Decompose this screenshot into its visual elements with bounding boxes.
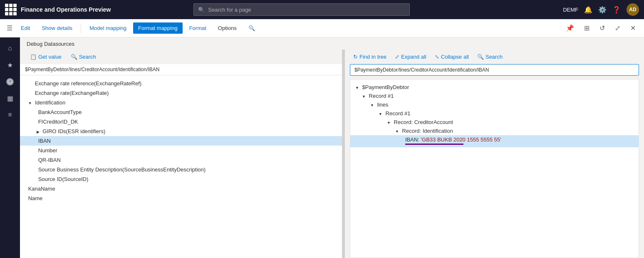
tree-item-label: Source ID(SourceID): [38, 176, 89, 182]
search-icon: 🔍: [198, 7, 205, 13]
model-mapping-button[interactable]: Model mapping: [84, 22, 131, 34]
waffle-menu[interactable]: [5, 4, 17, 15]
list-item[interactable]: IBAN: [20, 136, 342, 146]
tree-item-label: Record: CreditorAccount: [394, 119, 453, 125]
list-item[interactable]: Exchange rate(ExchangeRate): [20, 88, 342, 98]
list-item[interactable]: Source Business Entity Description(Sourc…: [20, 165, 342, 174]
tree-item-label: GIRO IDs(ESR identifiers): [42, 128, 105, 134]
format-mapping-button[interactable]: Format mapping: [133, 22, 183, 34]
list-item[interactable]: Name: [20, 194, 342, 203]
tree-item-label: Number: [38, 147, 57, 154]
tree-item-label: Exchange rate(ExchangeRate): [35, 90, 109, 96]
nav-clock-icon[interactable]: 🕐: [2, 74, 17, 89]
list-item[interactable]: Record #1: [350, 109, 639, 118]
find-in-tree-button[interactable]: ↻ Find in tree: [350, 52, 390, 62]
show-details-button[interactable]: Show details: [37, 22, 77, 34]
hamburger-icon[interactable]: ☰: [5, 22, 14, 34]
edit-button[interactable]: Edit: [16, 22, 35, 34]
find-in-tree-icon: ↻: [353, 54, 358, 60]
left-tree-area[interactable]: Exchange rate reference(ExchangeRateRef)…: [20, 75, 342, 258]
purple-underline: [405, 144, 463, 145]
tree-item-label: $PaymentByDebtor: [362, 84, 409, 90]
find-in-tree-label: Find in tree: [359, 54, 386, 60]
global-search[interactable]: 🔍 Search for a page: [193, 3, 410, 16]
tree-item-label: Identification: [35, 99, 65, 106]
expand-icon: [37, 128, 40, 134]
left-path-bar: $PaymentByDebtor/lines/CreditorAccount/I…: [20, 64, 342, 75]
tree-item-label: Record #1: [386, 110, 411, 117]
tree-item-label: IBAN: [38, 138, 51, 144]
list-item[interactable]: $PaymentByDebtor: [350, 83, 639, 92]
left-panel: 📋 Get value 🔍 Search $PaymentByDebtor/li…: [20, 50, 342, 258]
nav-star-icon[interactable]: ★: [2, 57, 17, 72]
list-item[interactable]: Record: Identification: [350, 127, 639, 135]
debug-title: Debug Datasources: [27, 41, 74, 47]
tree-item-label: KanaName: [28, 186, 55, 192]
tree-item-label: Exchange rate reference(ExchangeRateRef): [35, 80, 142, 87]
expand-icon: [370, 102, 374, 108]
get-value-label: Get value: [38, 54, 62, 60]
right-search-button[interactable]: 🔍 Search: [474, 52, 506, 62]
search-placeholder: Search for a page: [208, 7, 251, 13]
expand-icon: [28, 99, 32, 106]
settings-icon[interactable]: ⚙️: [598, 6, 607, 14]
iban-value: 'GB33 BUKB 2020 1555 5555 55': [421, 136, 501, 143]
app-title: Finance and Operations Preview: [21, 6, 111, 13]
panels: 📋 Get value 🔍 Search $PaymentByDebtor/li…: [20, 50, 644, 258]
sidebar-toggle-icon[interactable]: ⊞: [581, 22, 593, 34]
right-toolbar: ↻ Find in tree ⤢ Expand all ⤡ Collapse a…: [345, 50, 644, 64]
list-item[interactable]: Exchange rate reference(ExchangeRateRef): [20, 79, 342, 88]
list-item[interactable]: BankAccountType: [20, 107, 342, 117]
right-path-bar[interactable]: $PaymentByDebtor/lines/CreditorAccount/I…: [350, 64, 639, 76]
tree-item-label: Record: Identification: [402, 128, 453, 134]
collapse-all-button[interactable]: ⤡ Collapse all: [431, 52, 472, 62]
expand-all-icon: ⤢: [395, 54, 399, 60]
left-toolbar: 📋 Get value 🔍 Search: [20, 50, 342, 64]
list-item[interactable]: FICreditorID_DK: [20, 117, 342, 127]
get-value-button[interactable]: 📋 Get value: [27, 52, 65, 62]
nav-home-icon[interactable]: ⌂: [2, 41, 17, 56]
right-path-text: $PaymentByDebtor/lines/CreditorAccount/I…: [354, 67, 489, 73]
nav-list-icon[interactable]: ≡: [2, 107, 17, 122]
list-item[interactable]: QR-IBAN: [20, 155, 342, 165]
debug-header: Debug Datasources: [20, 37, 644, 50]
expand-icon: [362, 93, 366, 99]
tree-item-label: QR-IBAN: [38, 157, 61, 163]
list-item[interactable]: Source ID(SourceID): [20, 174, 342, 184]
left-search-label: Search: [79, 54, 96, 60]
main-content: ⌂ ★ 🕐 ▦ ≡ Debug Datasources 📋 Get value: [0, 37, 644, 258]
collapse-all-icon: ⤡: [435, 54, 439, 60]
notification-icon[interactable]: 🔔: [584, 6, 592, 14]
list-item[interactable]: Identification: [20, 98, 342, 107]
search-nav-button[interactable]: 🔍: [243, 22, 260, 34]
popout-icon[interactable]: ⤢: [612, 22, 624, 34]
side-nav: ⌂ ★ 🕐 ▦ ≡: [0, 37, 20, 258]
options-button[interactable]: Options: [213, 22, 242, 34]
pin-icon[interactable]: 📌: [562, 22, 577, 34]
list-item[interactable]: IBAN: 'GB33 BUKB 2020 1555 5555 55': [350, 135, 639, 147]
list-item[interactable]: KanaName: [20, 184, 342, 194]
format-button[interactable]: Format: [184, 22, 211, 34]
tree-item-label: Source Business Entity Description(Sourc…: [38, 166, 206, 173]
command-bar: ☰ Edit Show details Model mapping Format…: [0, 19, 644, 37]
close-icon[interactable]: ✕: [627, 22, 639, 34]
list-item[interactable]: GIRO IDs(ESR identifiers): [20, 127, 342, 136]
left-search-button[interactable]: 🔍 Search: [67, 52, 99, 62]
expand-icon: [355, 84, 359, 90]
expand-all-button[interactable]: ⤢ Expand all: [391, 52, 430, 62]
nav-calendar-icon[interactable]: ▦: [2, 91, 17, 106]
avatar[interactable]: AD: [627, 3, 639, 16]
list-item[interactable]: Number: [20, 146, 342, 155]
refresh-icon[interactable]: ↺: [596, 22, 608, 34]
list-item[interactable]: Record: CreditorAccount: [350, 118, 639, 127]
separator-1: [81, 23, 81, 33]
list-item[interactable]: Record #1: [350, 92, 639, 100]
iban-value-label: IBAN: 'GB33 BUKB 2020 1555 5555 55': [405, 136, 501, 143]
expand-icon: [395, 128, 399, 134]
right-panel: ↻ Find in tree ⤢ Expand all ⤡ Collapse a…: [345, 50, 644, 258]
list-item[interactable]: lines: [350, 100, 639, 109]
user-name: DEMF: [563, 7, 578, 13]
help-icon[interactable]: ❓: [612, 6, 621, 14]
right-tree-area[interactable]: $PaymentByDebtor Record #1 lines: [350, 79, 639, 258]
command-bar-right: 📌 ⊞ ↺ ⤢ ✕: [562, 22, 639, 34]
